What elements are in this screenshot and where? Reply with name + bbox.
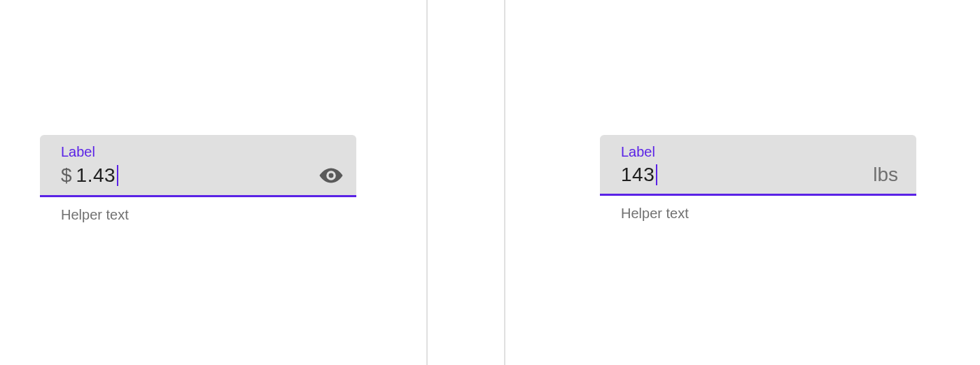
field-value-row: $ 1.43 — [61, 163, 344, 188]
visibility-icon[interactable] — [318, 163, 344, 188]
currency-prefix: $ — [61, 164, 72, 187]
field-label: Label — [61, 143, 344, 160]
svg-point-0 — [329, 173, 334, 178]
text-field-currency[interactable]: Label $ 1.43 — [40, 135, 356, 197]
field-value: 1.43 — [76, 164, 116, 187]
field-value: 143 — [621, 163, 654, 187]
text-caret — [117, 165, 118, 186]
field-label: Label — [621, 143, 904, 160]
helper-text: Helper text — [621, 206, 916, 222]
text-field-weight-wrap: Label 143 lbs Helper text — [600, 135, 916, 222]
field-value-row: 143 lbs — [621, 163, 904, 187]
unit-suffix: lbs — [873, 163, 904, 187]
text-caret — [656, 164, 657, 185]
text-field-weight[interactable]: Label 143 lbs — [600, 135, 916, 196]
text-field-currency-wrap: Label $ 1.43 Helper text — [40, 135, 356, 223]
divider-vertical-1 — [426, 0, 428, 365]
divider-vertical-2 — [504, 0, 505, 365]
helper-text: Helper text — [61, 207, 356, 223]
